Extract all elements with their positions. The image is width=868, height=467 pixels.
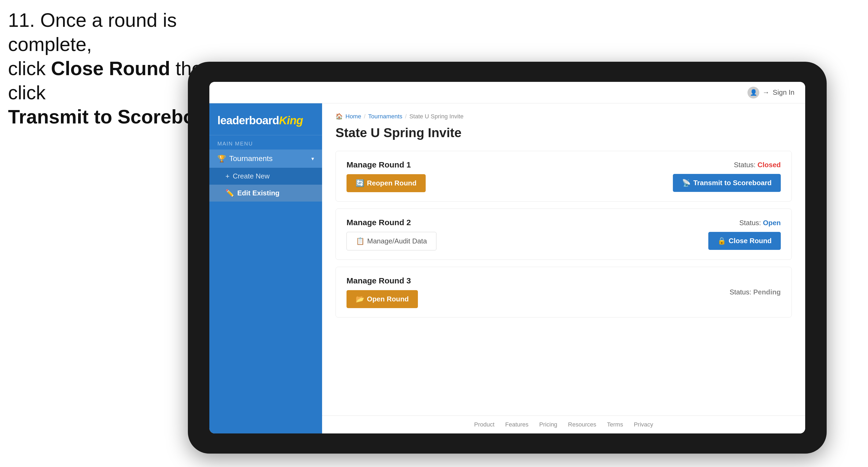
create-new-label: Create New xyxy=(233,172,270,180)
close-round-label: Close Round xyxy=(729,237,772,245)
plus-icon: + xyxy=(225,172,229,180)
manage-audit-label: Manage/Audit Data xyxy=(367,237,427,245)
open-round-label: Open Round xyxy=(367,295,409,303)
audit-icon: 📋 xyxy=(356,237,365,245)
trophy-icon: 🏆 xyxy=(217,155,226,163)
footer-pricing[interactable]: Pricing xyxy=(539,421,557,428)
logo-leader: leaderboard xyxy=(217,114,279,127)
tablet-screen: 👤 → Sign In leaderboardKing MAIN MENU 🏆 … xyxy=(209,82,805,433)
manage-audit-button[interactable]: 📋 Manage/Audit Data xyxy=(346,232,436,250)
main-content: 🏠 Home / Tournaments / State U Spring In… xyxy=(322,103,805,415)
round-3-status: Status: Pending xyxy=(730,288,781,296)
app-body: leaderboardKing MAIN MENU 🏆 Tournaments … xyxy=(209,103,805,433)
round-3-status-value: Pending xyxy=(753,288,781,296)
sign-in-area[interactable]: 👤 → Sign In xyxy=(747,87,795,98)
edit-existing-label: Edit Existing xyxy=(237,189,279,197)
round-1-section: Manage Round 1 🔄 Reopen Round Status: Cl… xyxy=(336,151,792,201)
breadcrumb-current: State U Spring Invite xyxy=(409,113,464,120)
round-2-section: Manage Round 2 📋 Manage/Audit Data Statu… xyxy=(336,209,792,260)
transmit-icon: 📡 xyxy=(682,179,690,187)
logo-area: leaderboardKing xyxy=(209,112,322,135)
reopen-round-button[interactable]: 🔄 Reopen Round xyxy=(346,174,426,192)
chevron-down-icon: ▾ xyxy=(311,155,314,162)
footer: Product Features Pricing Resources Terms… xyxy=(322,415,805,433)
sidebar-item-edit-existing[interactable]: ✏️ Edit Existing xyxy=(209,185,322,201)
breadcrumb-sep-2: / xyxy=(405,113,407,120)
round-1-title: Manage Round 1 xyxy=(346,160,426,169)
breadcrumb: 🏠 Home / Tournaments / State U Spring In… xyxy=(336,113,792,120)
edit-icon: ✏️ xyxy=(225,189,234,197)
sign-in-icon: → xyxy=(763,88,770,97)
footer-product[interactable]: Product xyxy=(474,421,494,428)
footer-privacy[interactable]: Privacy xyxy=(634,421,653,428)
avatar: 👤 xyxy=(747,87,759,98)
round-3-title: Manage Round 3 xyxy=(346,276,418,285)
round-2-status-value: Open xyxy=(763,219,781,227)
lock-icon: 🔒 xyxy=(717,237,726,245)
round-1-status: Status: Closed xyxy=(734,161,781,169)
main-menu-label: MAIN MENU xyxy=(209,141,322,147)
logo: leaderboardKing xyxy=(217,114,314,127)
open-icon: 📂 xyxy=(355,295,364,303)
round-3-right: Status: Pending xyxy=(730,288,781,296)
footer-features[interactable]: Features xyxy=(505,421,528,428)
breadcrumb-tournaments-link[interactable]: Tournaments xyxy=(368,113,402,120)
round-1-right: Status: Closed 📡 Transmit to Scoreboard xyxy=(673,161,781,192)
transmit-label: Transmit to Scoreboard xyxy=(693,179,772,187)
tablet-device: 👤 → Sign In leaderboardKing MAIN MENU 🏆 … xyxy=(188,62,827,454)
footer-resources[interactable]: Resources xyxy=(568,421,596,428)
round-1-status-value: Closed xyxy=(757,161,781,169)
breadcrumb-home: 🏠 xyxy=(336,113,343,120)
round-2-title: Manage Round 2 xyxy=(346,218,436,227)
open-round-button[interactable]: 📂 Open Round xyxy=(346,290,418,308)
round-2-right: Status: Open 🔒 Close Round xyxy=(708,219,781,250)
sidebar-item-tournaments[interactable]: 🏆 Tournaments ▾ xyxy=(209,150,322,168)
close-round-button[interactable]: 🔒 Close Round xyxy=(708,232,781,250)
user-icon: 👤 xyxy=(750,89,757,96)
sidebar-tournaments-label: Tournaments xyxy=(229,154,273,163)
transmit-to-scoreboard-button[interactable]: 📡 Transmit to Scoreboard xyxy=(673,174,781,192)
breadcrumb-home-link[interactable]: Home xyxy=(345,113,361,120)
sidebar: leaderboardKing MAIN MENU 🏆 Tournaments … xyxy=(209,103,322,433)
round-2-left: Manage Round 2 📋 Manage/Audit Data xyxy=(346,218,436,250)
logo-king: King xyxy=(279,114,303,127)
reopen-round-label: Reopen Round xyxy=(367,179,416,187)
round-2-status: Status: Open xyxy=(739,219,781,227)
round-3-section: Manage Round 3 📂 Open Round Status: Pend… xyxy=(336,267,792,317)
sidebar-item-create-new[interactable]: + Create New xyxy=(209,168,322,185)
top-bar: 👤 → Sign In xyxy=(209,82,805,103)
sign-in-label[interactable]: Sign In xyxy=(773,88,795,97)
page-title: State U Spring Invite xyxy=(336,125,792,140)
reopen-icon: 🔄 xyxy=(355,179,364,187)
round-3-left: Manage Round 3 📂 Open Round xyxy=(346,276,418,308)
footer-terms[interactable]: Terms xyxy=(607,421,623,428)
sidebar-submenu: + Create New ✏️ Edit Existing xyxy=(209,168,322,201)
breadcrumb-sep-1: / xyxy=(364,113,366,120)
round-1-left: Manage Round 1 🔄 Reopen Round xyxy=(346,160,426,192)
